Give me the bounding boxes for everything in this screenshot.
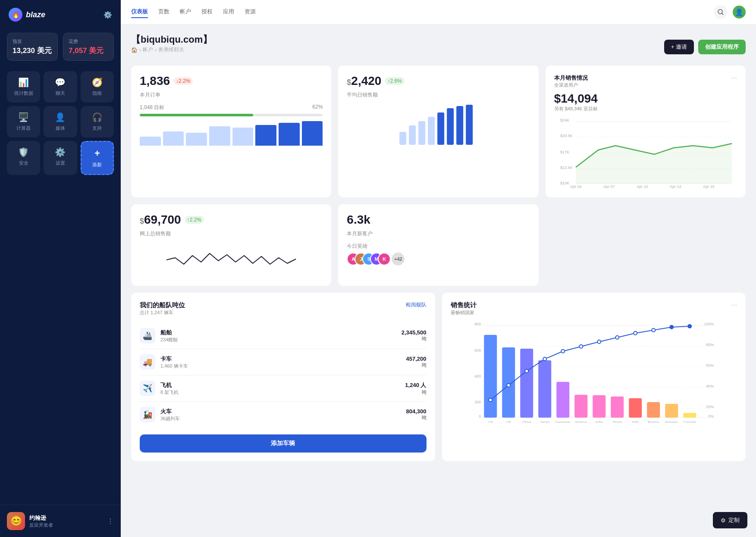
sales-stats-header: 销售统计 最畅销国家 ··· [451, 301, 737, 316]
search-button[interactable] [714, 5, 728, 19]
ships-icon: 🚢 [140, 328, 155, 343]
ships-name: 船舶 [160, 329, 396, 337]
svg-text:200: 200 [474, 400, 481, 404]
add-vehicle-button[interactable]: 添加车辆 [140, 434, 427, 453]
progress-pct: 62% [312, 104, 323, 111]
monthly-sales-card: 本月销售情况 全渠道用户 ··· $14,094 另有 $48,346 至目标 … [546, 66, 746, 197]
stats-row: 1,836 ↓2.2% 本月订单 1,048 目标 62% [131, 66, 746, 197]
content-area: 【biqubiqu.com】 🏠 › 帐户 › 奥弗维耶夫 + 邀请 创建应用程… [121, 25, 756, 537]
user-info: 约翰逊 反应开发者 [29, 514, 103, 528]
monthly-sales-menu[interactable]: ··· [731, 74, 737, 82]
tab-pages[interactable]: 页数 [158, 6, 169, 18]
customize-label: 定制 [728, 516, 740, 524]
tab-auth[interactable]: 授权 [201, 6, 213, 18]
settings-icon-top[interactable]: ⚙️ [104, 11, 112, 19]
fleet-link[interactable]: 检阅舰队 [406, 301, 427, 309]
logo-text: blaze [26, 10, 45, 19]
ships-info: 船舶 234艘舰 [160, 329, 396, 343]
svg-point-66 [688, 325, 691, 328]
big-chart: 100% 80% 60% 40% 20% 0% [451, 319, 737, 423]
sales-stats-menu[interactable]: ··· [731, 301, 737, 316]
svg-text:Apr 04: Apr 04 [570, 184, 582, 189]
mini-bar-7 [279, 123, 300, 146]
user-role: 反应开发者 [29, 522, 103, 528]
monthly-sales-info: 本月销售情况 全渠道用户 [554, 74, 588, 88]
orders-header: 1,836 ↓2.2% [140, 74, 323, 88]
sales-stats-sub: 最畅销国家 [451, 309, 477, 316]
svg-text:0: 0 [479, 414, 481, 418]
monthly-sales-value: $14,094 [554, 92, 737, 106]
svg-rect-3 [409, 125, 416, 145]
add-icon: + [94, 148, 100, 159]
svg-text:Apr 07: Apr 07 [603, 184, 615, 189]
svg-text:$13.5K: $13.5K [560, 165, 573, 170]
trains-value: 804,300 吨 [406, 408, 427, 421]
support-label: 支持 [92, 125, 102, 131]
tab-accounts[interactable]: 帐户 [180, 6, 191, 18]
stats-icon: 📊 [18, 77, 29, 87]
sidebar-item-media[interactable]: 👤 媒体 [44, 106, 77, 137]
user-menu-dots[interactable]: ⋮ [107, 517, 114, 525]
expenses-value: 7,057 美元 [69, 47, 108, 55]
svg-point-55 [489, 398, 492, 402]
trains-sub: 36趟列车 [160, 415, 401, 422]
tab-apps[interactable]: 应用 [223, 6, 234, 18]
topbar: 仪表板 页数 帐户 授权 应用 资源 👤 [121, 0, 756, 25]
settings-label: 设置 [56, 160, 65, 166]
expenses-label: 花费 [69, 38, 108, 45]
user-profile-button[interactable]: 👤 [733, 6, 746, 19]
tab-dashboard[interactable]: 仪表板 [131, 6, 148, 18]
sidebar-item-add[interactable]: + 添新 [81, 141, 114, 175]
tab-resources[interactable]: 资源 [245, 6, 256, 18]
svg-rect-51 [629, 398, 642, 418]
svg-text:800: 800 [474, 322, 481, 326]
svg-rect-54 [683, 413, 696, 418]
sidebar-item-support[interactable]: 🎧 支持 [81, 106, 114, 137]
create-app-button[interactable]: 创建应用程序 [698, 40, 746, 54]
sidebar-header: 🔥 blaze ⚙️ [0, 0, 121, 29]
sidebar-item-stats[interactable]: 📊 统计数据 [7, 71, 40, 103]
svg-text:Spain: Spain [612, 420, 622, 423]
sidebar-item-security[interactable]: 🛡️ 安全 [7, 141, 40, 175]
svg-text:Germany: Germany [555, 420, 571, 423]
budget-card: 预算 13,230 美元 [7, 33, 58, 61]
fleet-item-planes: ✈️ 飞机 8 架飞机 1,240 人 吨 [140, 375, 427, 402]
sidebar: 🔥 blaze ⚙️ 预算 13,230 美元 花费 7,057 美元 📊 统计… [0, 0, 121, 537]
customize-icon: ⚙ [721, 517, 726, 524]
trains-info: 火车 36趟列车 [160, 408, 401, 422]
planes-sub: 8 架飞机 [160, 389, 400, 396]
sidebar-footer: 😊 约翰逊 反应开发者 ⋮ [0, 505, 121, 537]
svg-rect-50 [611, 397, 624, 418]
svg-text:$24K: $24K [560, 118, 569, 122]
sidebar-item-chat[interactable]: 💬 聊天 [44, 71, 77, 103]
svg-text:Russia: Russia [648, 420, 659, 423]
svg-rect-53 [665, 404, 678, 418]
breadcrumb-current: 奥弗维耶夫 [158, 46, 184, 53]
customize-button[interactable]: ⚙ 定制 [713, 512, 747, 528]
svg-point-58 [543, 357, 546, 361]
avg-sales-value: $2,420 [347, 74, 381, 88]
trucks-name: 卡车 [160, 355, 401, 363]
avg-sales-chart [347, 104, 530, 147]
chat-label: 聊天 [56, 90, 65, 97]
svg-point-57 [525, 369, 528, 373]
svg-rect-46 [538, 360, 551, 418]
invite-button[interactable]: + 邀请 [664, 40, 694, 54]
svg-text:$20.5K: $20.5K [560, 134, 573, 138]
svg-rect-49 [593, 395, 605, 418]
svg-rect-4 [418, 121, 425, 145]
logo-icon: 🔥 [9, 8, 22, 22]
mini-bar-6 [255, 125, 276, 146]
mini-bar-5 [232, 128, 254, 146]
svg-text:$17K: $17K [560, 150, 569, 154]
new-customers-label: 本月新客户 [347, 230, 530, 237]
trucks-icon: 🚚 [140, 354, 155, 370]
total-sales-card: $69,700 ↑2.2% 网上总销售额 [131, 204, 331, 286]
total-sales-header: $69,700 ↑2.2% [140, 213, 323, 227]
sidebar-item-guide[interactable]: 🧭 指南 [81, 71, 114, 103]
heroes-section: 今日英雄 A J S M K +42 [347, 243, 530, 265]
sidebar-item-calculator[interactable]: 🖥️ 计算器 [7, 106, 40, 137]
svg-point-59 [561, 350, 565, 353]
hero-count: +42 [392, 253, 405, 265]
sidebar-item-settings[interactable]: ⚙️ 设置 [44, 141, 77, 175]
